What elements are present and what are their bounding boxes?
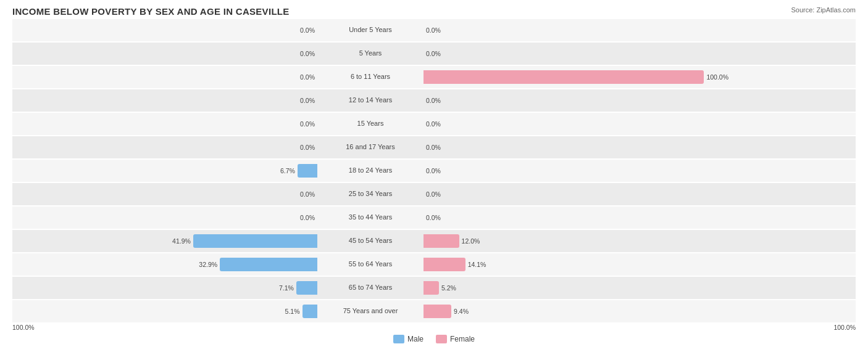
female-value: 9.4%: [454, 308, 469, 315]
female-value: 5.2%: [441, 284, 456, 292]
male-value: 5.1%: [285, 308, 300, 315]
age-group-label: 15 Years: [321, 120, 420, 128]
female-bar: [424, 234, 459, 248]
female-bar-section: 0.0%: [420, 117, 728, 131]
female-bar-section: 12.0%: [420, 234, 728, 248]
age-group-label: 65 to 74 Years: [321, 284, 420, 292]
bottom-label-left: 100.0%: [12, 324, 35, 331]
female-bar-section: 0.0%: [420, 94, 728, 107]
male-bar-section: 32.9%: [12, 258, 321, 271]
age-group-label: 18 to 24 Years: [321, 166, 420, 174]
legend-female-label: Female: [450, 335, 475, 343]
table-row: 0.0%6 to 11 Years100.0%: [12, 66, 856, 88]
female-bar-section: 0.0%: [420, 187, 728, 201]
age-group-label: 35 to 44 Years: [321, 213, 420, 221]
age-group-label: 55 to 64 Years: [321, 260, 420, 268]
female-bar-section: 0.0%: [420, 141, 728, 154]
male-bar-section: 0.0%: [12, 23, 321, 37]
female-value: 0.0%: [426, 190, 441, 198]
male-value: 32.9%: [199, 261, 217, 268]
male-bar-section: 7.1%: [12, 281, 321, 295]
female-bar-section: 9.4%: [420, 305, 728, 318]
male-bar-section: 0.0%: [12, 47, 321, 60]
female-bar: [424, 281, 439, 295]
chart-area: 0.0%Under 5 Years0.0%0.0%5 Years0.0%0.0%…: [12, 19, 856, 322]
table-row: 0.0%16 and 17 Years0.0%: [12, 136, 856, 158]
male-bar-section: 0.0%: [12, 94, 321, 107]
male-bar-section: 0.0%: [12, 187, 321, 201]
chart-source: Source: ZipAtlas.com: [791, 6, 856, 14]
table-row: 0.0%5 Years0.0%: [12, 43, 856, 65]
age-group-label: 45 to 54 Years: [321, 237, 420, 245]
female-value: 0.0%: [426, 120, 441, 128]
male-value: 0.0%: [300, 144, 315, 151]
legend-male-label: Male: [407, 335, 424, 343]
male-value: 0.0%: [300, 73, 315, 81]
male-bar: [296, 281, 317, 295]
table-row: 32.9%55 to 64 Years14.1%: [12, 253, 856, 276]
female-bar-section: 0.0%: [420, 23, 728, 37]
table-row: 6.7%18 to 24 Years0.0%: [12, 160, 856, 182]
table-row: 41.9%45 to 54 Years12.0%: [12, 230, 856, 252]
male-value: 0.0%: [300, 27, 315, 34]
female-bar: [424, 258, 465, 271]
table-row: 7.1%65 to 74 Years5.2%: [12, 277, 856, 299]
age-group-label: 5 Years: [321, 49, 420, 57]
male-bar-section: 0.0%: [12, 141, 321, 154]
chart-title: INCOME BELOW POVERTY BY SEX AND AGE IN C…: [12, 6, 856, 17]
male-bar: [193, 234, 317, 248]
male-value: 0.0%: [300, 190, 315, 198]
table-row: 0.0%35 to 44 Years0.0%: [12, 207, 856, 229]
female-value: 0.0%: [426, 50, 441, 57]
female-bar-section: 100.0%: [420, 70, 728, 84]
legend-female-item: Female: [436, 335, 475, 343]
male-bar-section: 5.1%: [12, 305, 321, 318]
bottom-label-right: 100.0%: [833, 324, 856, 331]
legend-female-box: [436, 335, 447, 343]
table-row: 5.1%75 Years and over9.4%: [12, 300, 856, 322]
male-value: 41.9%: [172, 237, 191, 245]
male-bar-section: 6.7%: [12, 164, 321, 178]
female-value: 0.0%: [426, 97, 441, 104]
age-group-label: 12 to 14 Years: [321, 96, 420, 104]
male-bar: [303, 305, 317, 318]
female-value: 12.0%: [462, 237, 480, 245]
female-bar-section: 0.0%: [420, 211, 728, 224]
male-bar-section: 0.0%: [12, 211, 321, 224]
male-bar: [220, 258, 317, 271]
age-group-label: 25 to 34 Years: [321, 190, 420, 198]
table-row: 0.0%15 Years0.0%: [12, 113, 856, 135]
table-row: 0.0%12 to 14 Years0.0%: [12, 89, 856, 112]
female-value: 0.0%: [426, 27, 441, 34]
legend-male-item: Male: [393, 335, 424, 343]
legend: Male Female: [12, 335, 856, 343]
male-value: 0.0%: [300, 50, 315, 57]
age-group-label: 16 and 17 Years: [321, 143, 420, 151]
bottom-labels: 100.0% 100.0%: [12, 324, 856, 331]
male-bar-section: 41.9%: [12, 234, 321, 248]
legend-male-box: [393, 335, 404, 343]
male-bar-section: 0.0%: [12, 70, 321, 84]
female-value: 0.0%: [426, 214, 441, 221]
male-value: 0.0%: [300, 120, 315, 128]
age-group-label: Under 5 Years: [321, 26, 420, 34]
age-group-label: 75 Years and over: [321, 307, 420, 315]
table-row: 0.0%Under 5 Years0.0%: [12, 19, 856, 41]
male-value: 0.0%: [300, 97, 315, 104]
male-bar: [298, 164, 317, 178]
female-value: 100.0%: [706, 73, 728, 81]
male-value: 7.1%: [279, 284, 294, 292]
female-bar: [424, 70, 704, 84]
chart-container: INCOME BELOW POVERTY BY SEX AND AGE IN C…: [0, 0, 868, 344]
table-row: 0.0%25 to 34 Years0.0%: [12, 183, 856, 205]
female-bar-section: 5.2%: [420, 281, 728, 295]
female-value: 0.0%: [426, 144, 441, 151]
male-bar-section: 0.0%: [12, 117, 321, 131]
female-value: 0.0%: [426, 167, 441, 174]
female-bar: [424, 305, 451, 318]
female-value: 14.1%: [468, 261, 486, 268]
male-value: 6.7%: [280, 167, 295, 174]
male-value: 0.0%: [300, 214, 315, 221]
age-group-label: 6 to 11 Years: [321, 73, 420, 81]
female-bar-section: 14.1%: [420, 258, 728, 271]
